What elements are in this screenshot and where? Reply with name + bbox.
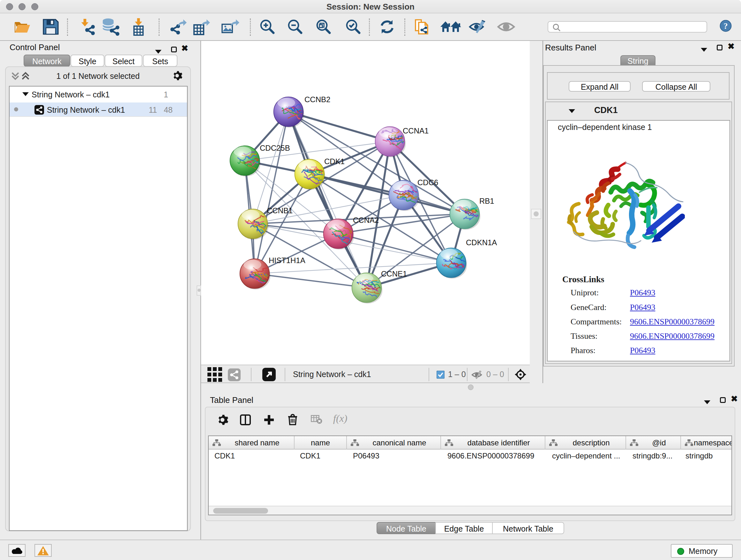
- svg-text:CDC6: CDC6: [417, 178, 438, 187]
- svg-text:CDKN1A: CDKN1A: [466, 238, 497, 247]
- svg-text:RB1: RB1: [479, 197, 494, 205]
- svg-text:CCNB2: CCNB2: [305, 95, 330, 104]
- svg-text:CCNA2: CCNA2: [353, 216, 379, 225]
- svg-text:?: ?: [724, 21, 728, 30]
- svg-text:CCNE1: CCNE1: [381, 269, 407, 278]
- svg-text:CDC25B: CDC25B: [260, 144, 290, 152]
- svg-text:CDK1: CDK1: [324, 157, 345, 166]
- svg-text:CCNB1: CCNB1: [267, 206, 293, 215]
- svg-text:HIST1H1A: HIST1H1A: [269, 256, 306, 265]
- svg-text:CCNA1: CCNA1: [403, 126, 428, 135]
